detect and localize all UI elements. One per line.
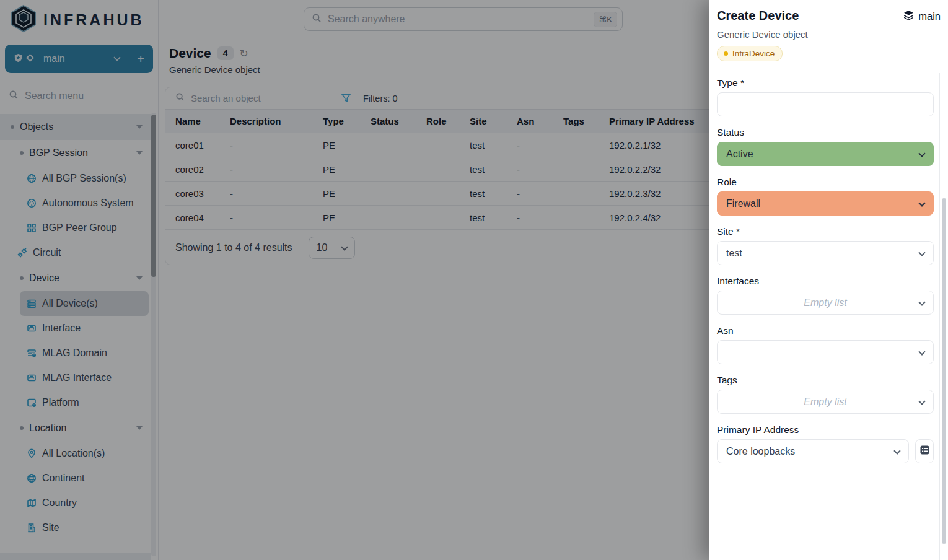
field-label: Status xyxy=(717,127,934,138)
drawer-subtitle: Generic Device object xyxy=(717,29,941,40)
drawer-title: Create Device xyxy=(717,9,799,23)
primary-ip-address-select[interactable]: Core loopbacks xyxy=(717,439,909,463)
field-interfaces: Interfaces Empty list xyxy=(717,276,934,315)
field-tags: Tags Empty list xyxy=(717,375,934,414)
chevron-down-icon xyxy=(893,447,900,454)
field-label: Type * xyxy=(717,77,934,89)
field-type: Type * xyxy=(717,77,934,116)
field-primary-ip-address: Primary IP Address Core loopbacks xyxy=(717,424,934,463)
field-label: Site * xyxy=(717,226,934,237)
field-label: Primary IP Address xyxy=(717,424,934,435)
list-details-button[interactable] xyxy=(915,439,934,463)
role-select[interactable]: Firewall xyxy=(717,191,934,216)
field-status: Status Active xyxy=(717,127,934,166)
tags-select[interactable]: Empty list xyxy=(717,390,934,414)
field-label: Interfaces xyxy=(717,276,934,287)
chevron-down-icon xyxy=(918,150,925,157)
chevron-down-icon xyxy=(918,199,925,206)
type-input[interactable] xyxy=(717,92,934,116)
drawer-branch-indicator: main xyxy=(903,9,941,23)
create-device-drawer: Create Device main Generic Device object… xyxy=(709,0,948,560)
field-label: Tags xyxy=(717,375,934,386)
drawer-header: Create Device main Generic Device object… xyxy=(709,0,948,69)
app-window: INFRAHUB main + Objects xyxy=(0,0,948,560)
status-select[interactable]: Active xyxy=(717,142,934,166)
field-role: Role Firewall xyxy=(717,177,934,216)
field-label: Asn xyxy=(717,325,934,336)
create-device-form: Type * Status Active Role Firewall Site … xyxy=(709,69,948,548)
placeholder-text: Empty list xyxy=(718,396,933,408)
kind-badge[interactable]: InfraDevice xyxy=(717,46,783,61)
asn-select[interactable] xyxy=(717,340,934,364)
field-asn: Asn xyxy=(717,325,934,364)
drawer-divider xyxy=(939,73,940,560)
drawer-scrollbar-thumb[interactable] xyxy=(942,198,946,544)
chevron-down-icon xyxy=(918,249,925,256)
field-site: Site * test xyxy=(717,226,934,265)
field-label: Role xyxy=(717,177,934,188)
placeholder-text: Empty list xyxy=(718,297,933,308)
site-select[interactable]: test xyxy=(717,241,934,265)
interfaces-select[interactable]: Empty list xyxy=(717,291,934,315)
drawer-branch-name: main xyxy=(918,11,941,22)
chevron-down-icon xyxy=(918,348,925,355)
badge-dot-icon xyxy=(724,51,728,56)
layers-icon xyxy=(903,10,914,23)
list-details-icon xyxy=(919,445,930,458)
